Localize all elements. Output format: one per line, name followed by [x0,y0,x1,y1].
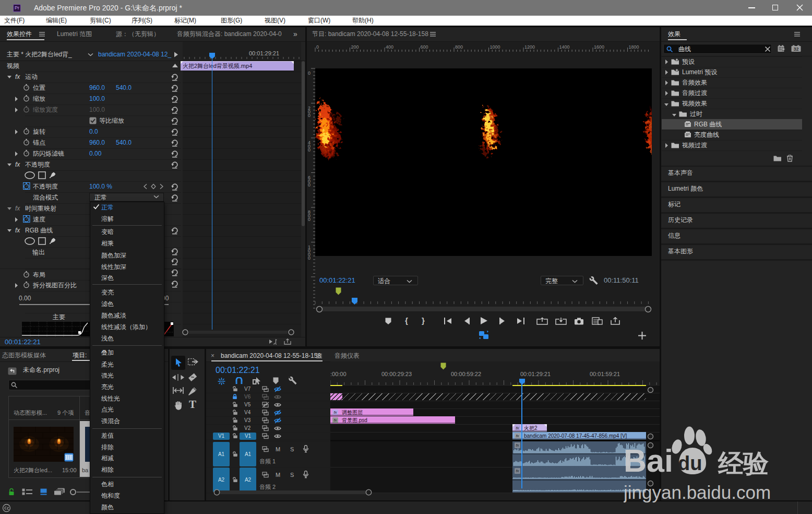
svg-text:经验: 经验 [718,449,769,477]
svg-text:32: 32 [793,46,798,52]
svg-text:Bai: Bai [624,443,673,478]
svg-text:jingyan.baidu.com: jingyan.baidu.com [624,482,771,503]
svg-text:du: du [678,452,702,474]
